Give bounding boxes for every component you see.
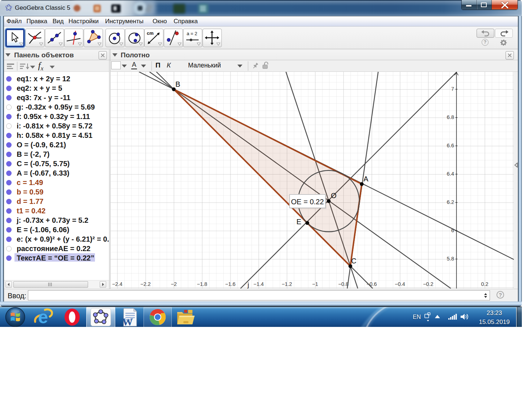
svg-text:O: O [331, 192, 337, 200]
svg-text:−2.4: −2.4 [112, 281, 122, 287]
svg-text:−1.2: −1.2 [282, 281, 292, 287]
svg-text:cm: cm [147, 30, 154, 36]
svg-text:6.6: 6.6 [447, 143, 454, 148]
svg-text:a = 2: a = 2 [187, 31, 197, 36]
svg-text:C: C [351, 257, 356, 265]
svg-text:−1.6: −1.6 [225, 281, 236, 287]
svg-text:−2: −2 [171, 281, 177, 287]
svg-text:−0.6: −0.6 [366, 281, 377, 287]
svg-text:6.4: 6.4 [447, 171, 454, 177]
svg-text:7: 7 [451, 86, 454, 92]
svg-text:j: j [247, 281, 249, 288]
svg-text:−1.8: −1.8 [197, 281, 207, 287]
svg-text:OE = 0.22: OE = 0.22 [291, 198, 324, 206]
svg-text:0.2: 0.2 [481, 281, 488, 287]
svg-text:6: 6 [451, 227, 454, 233]
svg-text:E: E [296, 218, 301, 226]
svg-text:−2.2: −2.2 [140, 281, 151, 287]
svg-text:W: W [122, 316, 133, 327]
svg-text:5.8: 5.8 [447, 256, 454, 262]
svg-text:B: B [175, 80, 180, 88]
svg-text:−1.4: −1.4 [253, 281, 264, 287]
svg-text:−0.2: −0.2 [423, 281, 433, 287]
svg-text:6.2: 6.2 [447, 199, 454, 205]
svg-text:−1: −1 [312, 281, 318, 287]
svg-text:A: A [363, 175, 369, 183]
svg-text:−0.4: −0.4 [395, 281, 405, 287]
svg-text:−0.8: −0.8 [338, 281, 349, 287]
svg-text:6.8: 6.8 [447, 114, 454, 120]
